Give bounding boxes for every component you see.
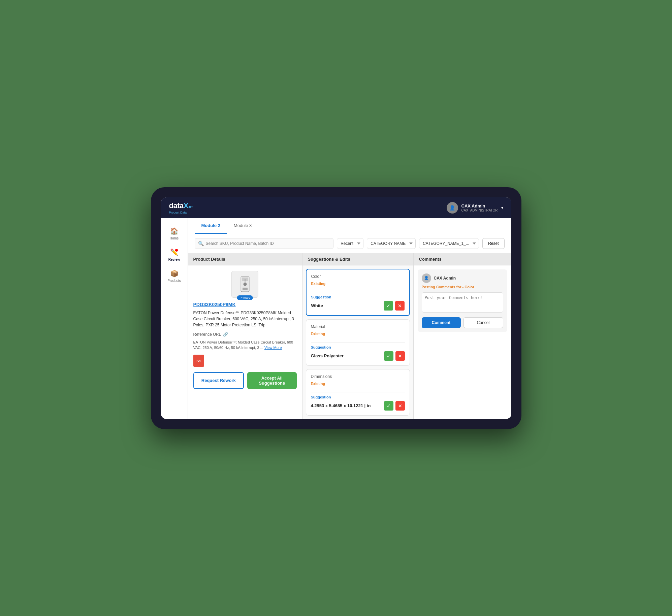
reference-url: Reference URL 🔗 <box>193 332 297 337</box>
reference-url-label: Reference URL <box>193 332 221 337</box>
reject-material-button[interactable]: ✕ <box>395 351 405 361</box>
comment-cancel-button[interactable]: Cancel <box>463 317 503 328</box>
filter-bar: 🔍 Recent CATEGORY NAME CATEGORY_NAME_1_.… <box>188 234 511 253</box>
existing-label-color: Existing <box>311 282 405 286</box>
device-screen: dataX.net Product Data 👤 CAX Admin CAX_A… <box>161 197 511 419</box>
comment-submit-button[interactable]: Comment <box>422 317 461 328</box>
suggestion-row-material: Glass Polyester ✓ ✕ <box>311 351 405 361</box>
suggestion-row-dimensions: 4.2953 x 5.4685 x 10.1221 | in ✓ ✕ <box>311 401 405 411</box>
columns-grid: Product Details <box>188 253 511 419</box>
logo: dataX.net Product Data <box>169 201 193 214</box>
comment-actions: Comment Cancel <box>422 317 503 328</box>
suggestion-label-material: Suggestion <box>311 345 405 349</box>
primary-badge: Primary <box>237 295 253 300</box>
logo-sub: Product Data <box>169 211 193 214</box>
product-actions: Request Rework Accept All Suggestions <box>193 372 297 389</box>
comment-field-info: Posting Comments for - Color <box>422 285 503 289</box>
product-description: EATON Power Defense™ PDG33K0250P8MK Mold… <box>193 310 297 328</box>
field-name-color: Color <box>311 274 405 279</box>
product-body: Primary PDG33K0250P8MK EATON Power Defen… <box>188 265 302 419</box>
tabs-bar: Module 2 Module 3 <box>188 218 511 234</box>
category-name-1-dropdown[interactable]: CATEGORY_NAME_1_... <box>419 238 479 249</box>
product-details-header: Product Details <box>188 253 302 265</box>
comment-header: 👤 CAX Admin <box>422 273 503 283</box>
suggestion-card-color: Color Existing Suggestion White ✓ ✕ <box>306 269 410 316</box>
user-name: CAX Admin <box>461 203 498 208</box>
user-role: CAX_ADMINISTRATOR <box>461 208 498 212</box>
suggestions-header: Suggestions & Edits <box>302 253 413 265</box>
chevron-down-icon[interactable]: ▾ <box>501 205 503 210</box>
suggestion-value-dimensions: 4.2953 x 5.4685 x 10.1221 | in <box>311 403 371 408</box>
existing-value-dimensions <box>311 387 405 392</box>
suggestion-label-color: Suggestion <box>311 295 405 299</box>
existing-value-color <box>311 287 405 292</box>
search-input[interactable] <box>195 238 334 249</box>
user-info: CAX Admin CAX_ADMINISTRATOR <box>461 203 498 212</box>
product-sku[interactable]: PDG33K0250P8MK <box>193 302 297 307</box>
reference-description: EATON Power Defense™; Molded Case Circui… <box>193 339 297 351</box>
request-rework-button[interactable]: Request Rework <box>193 372 244 389</box>
tab-module2[interactable]: Module 2 <box>195 218 227 234</box>
suggestion-value-color: White <box>311 303 323 308</box>
col-comments: Comments 👤 CAX Admin Posting Comments fo… <box>414 253 511 419</box>
product-image: Primary <box>231 271 258 298</box>
action-btns-color: ✓ ✕ <box>384 301 405 311</box>
svg-rect-3 <box>243 288 248 290</box>
suggestion-card-dimensions: Dimensions Existing Suggestion 4.2953 x … <box>306 369 410 416</box>
existing-label-material: Existing <box>311 332 405 336</box>
action-btns-material: ✓ ✕ <box>384 351 405 361</box>
view-more-link[interactable]: View More <box>264 346 282 350</box>
comment-card: 👤 CAX Admin Posting Comments for - Color… <box>418 269 507 332</box>
sidebar-item-review[interactable]: ✏️ Review <box>163 245 186 265</box>
device-frame: dataX.net Product Data 👤 CAX Admin CAX_A… <box>151 187 521 429</box>
col-product: Product Details <box>188 253 302 419</box>
search-input-wrap: 🔍 <box>195 238 334 249</box>
sidebar-item-label-review: Review <box>168 258 180 261</box>
accept-all-button[interactable]: Accept All Suggestions <box>247 372 297 389</box>
link-icon[interactable]: 🔗 <box>223 332 228 337</box>
suggestion-value-material: Glass Polyester <box>311 353 344 358</box>
field-name-material: Material <box>311 324 405 329</box>
pdf-icon: PDF <box>193 355 204 367</box>
reject-color-button[interactable]: ✕ <box>395 301 405 311</box>
existing-value-material <box>311 337 405 343</box>
reject-dimensions-button[interactable]: ✕ <box>395 401 405 411</box>
product-image-svg <box>236 275 254 293</box>
home-icon: 🏠 <box>170 227 179 235</box>
category-name-dropdown[interactable]: CATEGORY NAME <box>367 238 416 249</box>
suggestion-label-dimensions: Suggestion <box>311 395 405 399</box>
suggestion-card-material: Material Existing Suggestion Glass Polye… <box>306 319 410 366</box>
comment-avatar: 👤 <box>422 273 431 283</box>
sidebar-item-label-products: Products <box>167 279 181 283</box>
top-nav: dataX.net Product Data 👤 CAX Admin CAX_A… <box>161 197 511 218</box>
action-btns-dimensions: ✓ ✕ <box>384 401 405 411</box>
col-suggestions: Suggestions & Edits Color Existing Sugge… <box>302 253 414 419</box>
review-badge <box>175 249 178 252</box>
svg-point-2 <box>243 283 247 286</box>
comment-field-name: Color <box>465 285 474 289</box>
review-icon-wrap: ✏️ <box>170 248 179 256</box>
existing-label-dimensions: Existing <box>311 382 405 386</box>
main-layout: 🏠 Home ✏️ Review 📦 Products <box>161 218 511 419</box>
accept-color-button[interactable]: ✓ <box>384 301 393 311</box>
product-image-wrap: Primary <box>193 271 297 298</box>
sidebar: 🏠 Home ✏️ Review 📦 Products <box>161 218 188 419</box>
comment-textarea[interactable] <box>422 292 503 313</box>
field-name-dimensions: Dimensions <box>311 374 405 379</box>
sidebar-item-label-home: Home <box>170 236 179 240</box>
suggestion-row-color: White ✓ ✕ <box>311 301 405 311</box>
accept-dimensions-button[interactable]: ✓ <box>384 401 393 411</box>
logo-text: dataX.net <box>169 201 193 210</box>
suggestions-body: Color Existing Suggestion White ✓ ✕ <box>302 265 413 419</box>
recent-dropdown[interactable]: Recent <box>337 238 363 249</box>
sidebar-item-products[interactable]: 📦 Products <box>163 266 186 286</box>
content-area: Module 2 Module 3 🔍 Recent CATEGORY NAME <box>188 218 511 419</box>
user-area: 👤 CAX Admin CAX_ADMINISTRATOR ▾ <box>447 202 503 214</box>
sidebar-item-home[interactable]: 🏠 Home <box>163 224 186 244</box>
reset-button[interactable]: Reset <box>482 238 504 249</box>
accept-material-button[interactable]: ✓ <box>384 351 393 361</box>
tab-module3[interactable]: Module 3 <box>227 218 258 234</box>
comments-header: Comments <box>414 253 511 265</box>
comment-user: CAX Admin <box>434 276 456 281</box>
products-icon: 📦 <box>170 269 179 278</box>
